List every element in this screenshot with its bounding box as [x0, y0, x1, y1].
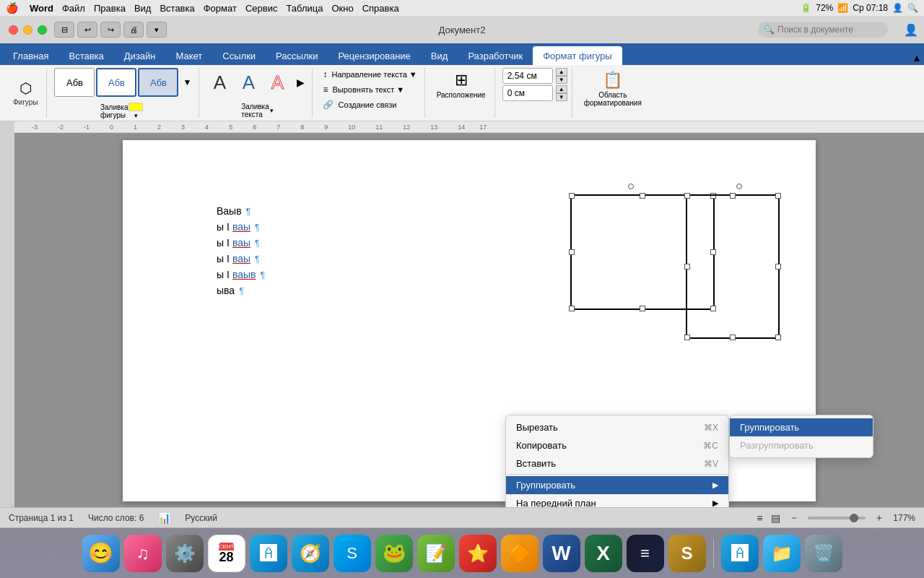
dock-icon-files[interactable]: 📁: [763, 535, 801, 572]
menu-paste[interactable]: Вставить ⌘V: [506, 454, 728, 473]
dock-icon-calendar[interactable]: СЕНТ 28: [208, 535, 245, 572]
fill-dropdown-arrow[interactable]: ▾: [134, 112, 138, 119]
handle2-tl[interactable]: [684, 193, 690, 199]
search-bar[interactable]: 🔍: [758, 22, 888, 38]
tab-review[interactable]: Рецензирование: [328, 46, 420, 65]
handle-ml[interactable]: [569, 249, 575, 255]
dock-icon-sysprefs[interactable]: ⚙️: [166, 535, 204, 572]
fill-color-button[interactable]: Заливкафигуры ▾: [97, 101, 152, 121]
tab-layout[interactable]: Макет: [166, 46, 213, 65]
dock-icon-wunderlist[interactable]: ≡: [627, 535, 664, 572]
menu-item-insert[interactable]: Вставка: [160, 3, 194, 14]
close-button[interactable]: [9, 25, 18, 35]
tab-view[interactable]: Вид: [421, 46, 458, 65]
handle2-tc[interactable]: [730, 193, 736, 199]
style-more-arrow[interactable]: ▼: [180, 68, 194, 97]
ribbon-collapse-btn[interactable]: ▴: [910, 49, 924, 65]
create-link-option[interactable]: 🔗 Создание связи: [320, 98, 419, 111]
account-icon[interactable]: 👤: [904, 23, 918, 37]
handle2-bc[interactable]: [730, 335, 736, 340]
text-align-option[interactable]: ≡ Выровнять текст ▼: [320, 83, 419, 96]
text-style-more[interactable]: ▶: [293, 68, 308, 97]
tab-home[interactable]: Главная: [3, 46, 58, 65]
dock-icon-itunes[interactable]: ♫: [124, 535, 162, 572]
dock-icon-evernote[interactable]: 📝: [417, 535, 455, 572]
menu-item-edit[interactable]: Правка: [94, 3, 126, 14]
language[interactable]: Русский: [185, 513, 217, 523]
menu-bring-forward[interactable]: На передний план ▶: [506, 494, 728, 507]
submenu-group[interactable]: Группировать: [730, 418, 873, 436]
dock-icon-appstore[interactable]: 🅰: [250, 535, 287, 572]
handle2-mr[interactable]: [775, 264, 781, 269]
handle-bc[interactable]: [640, 306, 645, 311]
handle2-bl[interactable]: [684, 335, 690, 340]
word-count-icon[interactable]: 📊: [158, 512, 170, 524]
print-button[interactable]: 🖨: [123, 22, 144, 38]
document-area[interactable]: Ваыв ¶ ыIваы ¶ ыIваы ¶ ыIваы ¶: [14, 133, 924, 507]
dock-icon-trash[interactable]: 🗑️: [805, 535, 842, 572]
view-icon-1[interactable]: ≡: [757, 512, 762, 524]
menu-copy[interactable]: Копировать ⌘C: [506, 436, 728, 454]
menu-item-file[interactable]: Файл: [62, 3, 85, 14]
dock-icon-appstore2[interactable]: 🅰: [721, 535, 759, 572]
zoom-minus[interactable]: －: [789, 512, 799, 525]
handle2-ml[interactable]: [684, 264, 690, 269]
zoom-slider[interactable]: [808, 517, 866, 519]
menu-cut[interactable]: Вырезать ⌘X: [506, 418, 728, 436]
position-button[interactable]: ⊞ Расположение: [432, 68, 490, 102]
redo-button[interactable]: ↪: [100, 22, 121, 38]
undo-button[interactable]: ↩: [77, 22, 97, 38]
format-area-button[interactable]: 📋 Областьформатирования: [580, 68, 646, 110]
dock-icon-taiko[interactable]: ⭐: [459, 535, 497, 572]
dock-icon-finder[interactable]: 😊: [82, 535, 120, 572]
view-icon-2[interactable]: ▤: [771, 512, 780, 524]
tab-references[interactable]: Ссылки: [212, 46, 266, 65]
handle-bl[interactable]: [569, 306, 575, 311]
width-down[interactable]: ▼: [556, 76, 567, 84]
text-direction-option[interactable]: ↕ Направление текста ▼: [320, 68, 419, 81]
rotation-handle-1[interactable]: [628, 184, 634, 189]
height-input[interactable]: 0 см: [502, 85, 553, 101]
shape-second[interactable]: [686, 194, 780, 339]
height-up[interactable]: ▲: [556, 85, 567, 93]
menu-group[interactable]: Группировать ▶: [506, 476, 728, 494]
text-style-plain[interactable]: A: [206, 69, 232, 95]
menu-item-view[interactable]: Вид: [134, 3, 152, 14]
menu-item-table[interactable]: Таблица: [286, 3, 323, 14]
text-style-blue[interactable]: A: [235, 69, 261, 95]
tab-design[interactable]: Дизайн: [114, 46, 166, 65]
menu-item-service[interactable]: Сервис: [245, 3, 278, 14]
zoom-plus[interactable]: ＋: [874, 512, 884, 525]
menu-item-window[interactable]: Окно: [331, 3, 353, 14]
width-input[interactable]: 2,54 см: [502, 68, 553, 84]
menu-item-word[interactable]: Word: [30, 3, 53, 14]
height-down[interactable]: ▼: [556, 93, 567, 101]
handle2-tr[interactable]: [775, 193, 781, 199]
figures-button[interactable]: ⬡ Фигуры: [9, 77, 42, 109]
search-menu-icon[interactable]: 🔍: [907, 3, 918, 13]
dock-icon-vlc[interactable]: 🔶: [501, 535, 539, 572]
dock-icon-skype[interactable]: S: [334, 535, 371, 572]
text-fill-button[interactable]: Заливкатекста ▾: [238, 101, 276, 120]
rotation-handle-2[interactable]: [736, 184, 742, 189]
search-input[interactable]: [777, 25, 882, 35]
dock-icon-scrivener[interactable]: S: [668, 535, 706, 572]
tab-insert[interactable]: Вставка: [58, 46, 113, 65]
maximize-button[interactable]: [38, 25, 47, 35]
handle-tl[interactable]: [569, 193, 575, 199]
dock-icon-word[interactable]: W: [543, 535, 580, 572]
handle-tc[interactable]: [640, 193, 645, 199]
tab-format-shape[interactable]: Формат фигуры: [533, 46, 622, 65]
style-preset-1[interactable]: Абв: [54, 68, 95, 97]
handle2-br[interactable]: [775, 335, 781, 340]
style-preset-3[interactable]: Абв: [138, 68, 178, 97]
tab-developer[interactable]: Разработчик: [458, 46, 533, 65]
text-style-outlined[interactable]: A: [264, 69, 290, 95]
dock-icon-safari[interactable]: 🧭: [292, 535, 329, 572]
apple-logo[interactable]: 🍎: [6, 2, 18, 14]
sidebar-toggle[interactable]: ⊟: [54, 22, 74, 38]
menu-item-format[interactable]: Формат: [204, 3, 237, 14]
text-fill-arrow[interactable]: ▾: [270, 107, 274, 114]
zoom-thumb[interactable]: [850, 514, 858, 522]
dock-icon-excel[interactable]: X: [585, 535, 622, 572]
